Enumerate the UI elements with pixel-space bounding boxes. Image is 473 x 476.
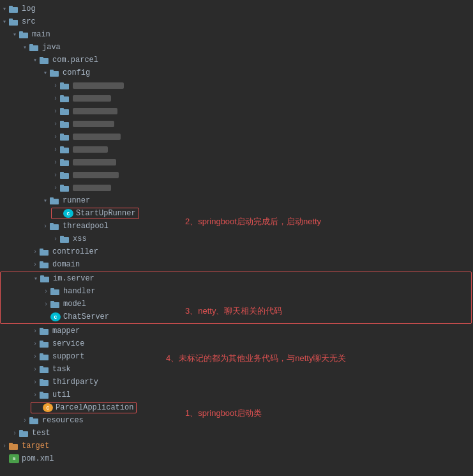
tree-arrow[interactable]: ▾ (20, 43, 29, 51)
svg-rect-9 (40, 57, 43, 59)
tree-arrow[interactable]: › (41, 301, 50, 308)
annotation-2: 3、netty、聊天相关的代码 (185, 305, 282, 317)
list-item[interactable]: › handler (1, 285, 471, 298)
folder-icon (40, 275, 50, 283)
tree-arrow[interactable]: › (31, 366, 40, 373)
tree-arrow[interactable]: ▾ (0, 18, 9, 26)
tree-arrow[interactable]: › (31, 353, 40, 360)
list-item[interactable]: › xss (0, 233, 473, 245)
folder-icon (60, 133, 70, 141)
svg-rect-17 (60, 108, 64, 111)
tree-arrow[interactable]: › (51, 134, 60, 141)
svg-rect-7 (29, 44, 33, 47)
folder-icon (60, 107, 70, 116)
svg-rect-61 (19, 430, 23, 433)
tree-arrow[interactable]: ▾ (31, 56, 40, 64)
folder-icon (60, 235, 70, 243)
tree-label: ChatServer (63, 312, 109, 321)
tree-arrow[interactable]: › (51, 236, 60, 243)
list-item[interactable]: ▾ runner (0, 194, 473, 207)
list-item[interactable]: › util (0, 388, 473, 401)
list-item[interactable]: › thirdparty (0, 376, 473, 388)
list-item[interactable]: ▾ src (0, 15, 473, 28)
list-item[interactable]: ▾ com.parcel (0, 54, 473, 66)
list-item[interactable]: › (0, 130, 473, 143)
tree-arrow[interactable]: › (31, 392, 40, 399)
folder-icon (40, 340, 50, 348)
list-item[interactable]: ▾ config (0, 66, 473, 79)
tree-arrow[interactable]: › (0, 443, 9, 450)
tree-arrow[interactable]: › (51, 159, 60, 166)
list-item[interactable]: mpom.xml (0, 452, 473, 465)
list-item[interactable]: › controller (0, 245, 473, 258)
svg-rect-59 (29, 417, 33, 420)
svg-rect-11 (50, 70, 54, 72)
list-item[interactable]: ▾ im.server (1, 272, 471, 285)
tree-arrow[interactable]: › (51, 146, 60, 153)
tree-arrow[interactable]: ▾ (31, 275, 40, 282)
tree-arrow[interactable]: › (51, 82, 60, 89)
tree-arrow[interactable]: ▾ (0, 5, 9, 13)
svg-rect-15 (60, 95, 64, 98)
list-item[interactable]: › task (0, 363, 473, 376)
java-icon: C (50, 312, 61, 321)
svg-rect-21 (60, 134, 64, 136)
tree-arrow[interactable]: ▾ (10, 31, 19, 38)
svg-rect-29 (60, 185, 64, 187)
folder-icon (60, 158, 70, 167)
tree-arrow[interactable]: › (51, 172, 60, 179)
tree-label: target (22, 441, 49, 450)
tree-arrow[interactable]: › (51, 185, 60, 192)
tree-arrow[interactable]: ▾ (41, 197, 50, 204)
tree-arrow[interactable]: › (31, 328, 40, 335)
list-item[interactable]: › domain (0, 258, 473, 271)
java-icon: C (43, 403, 53, 412)
list-item[interactable]: ▾ main (0, 28, 473, 41)
list-item[interactable]: › test (0, 427, 473, 440)
tree-arrow[interactable]: › (31, 379, 40, 386)
svg-rect-63 (9, 443, 13, 445)
list-item[interactable]: › (0, 143, 473, 156)
list-item[interactable]: › target (0, 440, 473, 452)
tree-label: controller (52, 247, 98, 256)
tree-arrow[interactable]: › (20, 417, 29, 424)
tree-arrow[interactable]: › (51, 108, 60, 115)
tree-arrow[interactable]: › (51, 121, 60, 128)
list-item[interactable]: › (0, 105, 473, 118)
list-item[interactable]: ▾ java (0, 41, 473, 54)
svg-rect-19 (60, 121, 64, 123)
list-item[interactable]: › (0, 92, 473, 105)
tree-label: ParcelApplication (56, 403, 133, 412)
tree-arrow[interactable]: › (31, 261, 40, 268)
list-item[interactable]: › (0, 118, 473, 130)
tree-arrow[interactable]: ▾ (41, 69, 50, 77)
list-item[interactable]: › (0, 156, 473, 169)
folder-icon (40, 261, 50, 269)
list-item[interactable]: › service (0, 337, 473, 350)
svg-rect-47 (40, 328, 43, 330)
svg-rect-53 (40, 366, 43, 369)
tree-arrow[interactable]: › (31, 249, 40, 256)
folder-icon (60, 146, 70, 154)
list-item[interactable]: › mapper (0, 325, 473, 337)
list-item[interactable]: › (0, 181, 473, 194)
list-item[interactable]: › (0, 79, 473, 92)
svg-rect-5 (19, 31, 23, 34)
svg-rect-27 (60, 172, 64, 174)
highlight-box: CParcelApplication (31, 402, 137, 413)
highlight-box: CStartUpRunner (51, 208, 139, 219)
folder-icon (40, 327, 50, 335)
folder-icon (40, 56, 50, 65)
tree-label: resources (42, 416, 84, 425)
tree-arrow[interactable]: › (41, 288, 50, 295)
svg-rect-31 (50, 197, 54, 200)
tree-label: src (22, 17, 36, 26)
tree-arrow[interactable]: › (51, 95, 60, 102)
list-item[interactable]: › (0, 169, 473, 181)
svg-rect-41 (40, 275, 44, 278)
tree-arrow[interactable]: › (31, 341, 40, 348)
tree-arrow[interactable]: › (41, 223, 50, 230)
tree-label: log (22, 4, 36, 13)
list-item[interactable]: ▾ log (0, 3, 473, 15)
tree-arrow[interactable]: › (10, 430, 19, 437)
